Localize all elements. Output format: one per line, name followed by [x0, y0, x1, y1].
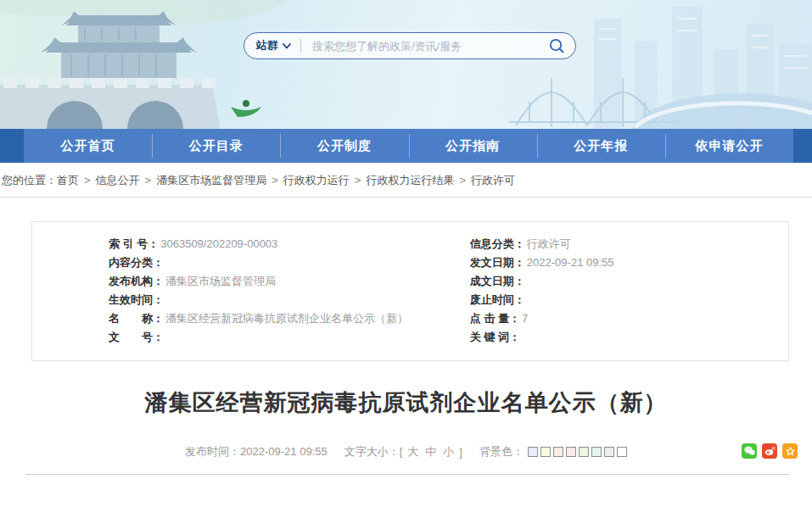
meta-row-written-date: 成文日期：	[470, 272, 788, 291]
meta-row-keywords: 关 键 词：	[470, 328, 788, 347]
bg-swatch-8[interactable]	[617, 447, 627, 457]
share-buttons	[742, 443, 798, 459]
meta-row-issue-date: 发文日期：2022-09-21 09:55	[470, 253, 788, 272]
main-nav-menu: 公开首页 公开目录 公开制度 公开指南 公开年报 依申请公开	[24, 129, 793, 163]
font-size-large-button[interactable]: 大	[406, 444, 420, 459]
meta-row-title: 名 称：潘集区经营新冠病毒抗原试剂企业名单公示（新）	[109, 309, 463, 328]
nav-tab-guide[interactable]: 公开指南	[409, 129, 537, 163]
bg-swatch-1[interactable]	[528, 447, 538, 457]
search-icon	[548, 37, 565, 54]
bg-swatch-5[interactable]	[579, 447, 589, 457]
meta-row-index-number: 索 引 号：3063509/202209-00003	[109, 235, 463, 253]
breadcrumb-prefix: 您的位置：	[2, 174, 57, 187]
meta-row-hit-count: 点 击 量：7	[470, 309, 788, 328]
search-divider	[300, 39, 301, 53]
dome-art	[631, 93, 812, 129]
background-color-label: 背景色：	[479, 444, 524, 459]
font-size-medium-button[interactable]: 中	[423, 444, 438, 459]
gate-tower-art	[0, 11, 221, 129]
nav-tab-annual[interactable]: 公开年报	[537, 129, 665, 163]
search-input[interactable]	[311, 39, 548, 53]
nav-tab-catalog[interactable]: 公开目录	[152, 129, 280, 163]
publish-time: 发布时间：2022-09-21 09:55	[185, 444, 328, 459]
bg-swatch-7[interactable]	[604, 447, 614, 457]
breadcrumb-info-disclosure[interactable]: 信息公开	[96, 174, 140, 187]
banner-illustration	[0, 0, 812, 129]
nav-tab-system[interactable]: 公开制度	[280, 129, 408, 163]
meta-row-doc-number: 文 号：	[109, 328, 463, 347]
document-meta-card: 索 引 号：3063509/202209-00003 内容分类： 发布机构：潘集…	[31, 221, 789, 361]
chevron-down-icon	[283, 43, 291, 49]
font-size-prefix: 文字大小：[	[344, 444, 403, 459]
background-color-picker: 背景色：	[479, 444, 627, 459]
page-title: 潘集区经营新冠病毒抗原试剂企业名单公示（新）	[17, 387, 795, 418]
banner: 站群	[0, 0, 812, 129]
bg-swatch-3[interactable]	[553, 447, 563, 457]
meta-row-content-category: 内容分类：	[109, 253, 463, 272]
site-group-label: 站群	[256, 38, 278, 53]
bg-swatch-2[interactable]	[540, 447, 551, 457]
weibo-icon	[764, 446, 776, 456]
breadcrumb-admin-license[interactable]: 行政许可	[471, 174, 515, 187]
main-nav: 公开首页 公开目录 公开制度 公开指南 公开年报 依申请公开	[0, 129, 812, 163]
site-group-dropdown[interactable]: 站群	[256, 38, 291, 53]
favorite-button[interactable]	[782, 443, 798, 459]
font-size-small-button[interactable]: 小	[441, 444, 456, 459]
content-divider	[25, 474, 789, 475]
meta-row-abolish-time: 废止时间：	[470, 291, 788, 309]
breadcrumb-home[interactable]: 首页	[57, 174, 79, 187]
meta-row-issuing-agency: 发布机构：潘集区市场监督管理局	[109, 272, 463, 291]
nav-tab-application[interactable]: 依申请公开	[665, 129, 793, 163]
meta-column-right: 信息分类：行政许可 发文日期：2022-09-21 09:55 成文日期： 废止…	[463, 235, 788, 347]
breadcrumb: 您的位置：首页>信息公开>潘集区市场监督管理局>行政权力运行>行政权力运行结果>…	[0, 163, 812, 198]
share-wechat-button[interactable]	[742, 443, 757, 459]
nav-tab-home[interactable]: 公开首页	[24, 129, 152, 163]
font-size-suffix: ]	[459, 446, 462, 459]
share-weibo-button[interactable]	[762, 443, 777, 459]
boat-art	[231, 100, 261, 117]
meta-column-left: 索 引 号：3063509/202209-00003 内容分类： 发布机构：潘集…	[32, 235, 463, 347]
meta-row-effective-time: 生效时间：	[109, 291, 463, 309]
bg-swatch-4[interactable]	[566, 447, 576, 457]
meta-row-info-category: 信息分类：行政许可	[470, 235, 788, 253]
breadcrumb-power-results[interactable]: 行政权力运行结果	[366, 174, 454, 187]
breadcrumb-power-operation[interactable]: 行政权力运行	[283, 174, 350, 187]
search-button[interactable]	[548, 37, 565, 54]
wechat-icon	[744, 446, 755, 456]
font-size-controls: 文字大小：[ 大 中 小 ]	[344, 444, 462, 459]
search-bar: 站群	[244, 32, 576, 59]
star-icon	[785, 446, 796, 457]
article-meta-bar: 发布时间：2022-09-21 09:55 文字大小：[ 大 中 小 ] 背景色…	[0, 443, 812, 461]
breadcrumb-bureau[interactable]: 潘集区市场监督管理局	[156, 174, 266, 187]
bg-swatch-6[interactable]	[591, 447, 602, 457]
